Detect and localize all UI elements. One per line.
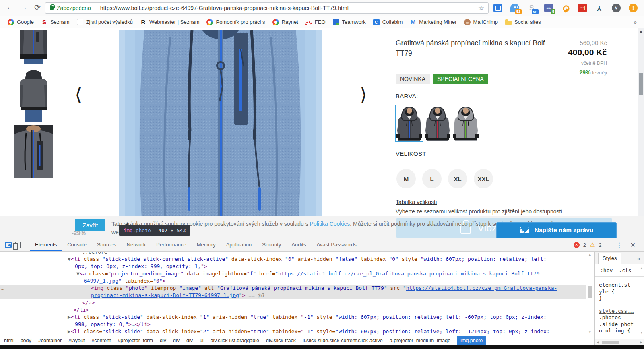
- pseudo-state-toggle[interactable]: :hov: [600, 267, 613, 273]
- class-toggle[interactable]: .cls: [619, 267, 631, 273]
- code-line[interactable]: 0px; top: 0px; z-index: 999; opacity: 1;…: [0, 263, 586, 270]
- scroll-left-icon[interactable]: ◀: [597, 341, 599, 344]
- stylesheet-link[interactable]: style.css.…: [599, 308, 644, 315]
- tab-elements[interactable]: Elements: [30, 238, 62, 251]
- product-thumbnail-back[interactable]: [14, 69, 53, 122]
- cookie-close-button[interactable]: Zavřít: [75, 219, 105, 231]
- code-line[interactable]: 64997_1.jpg" tabindex="0">: [0, 277, 586, 285]
- pocket-extension-icon[interactable]: [612, 4, 621, 12]
- breadcrumb-div[interactable]: div: [160, 338, 166, 343]
- breadcrumb-body[interactable]: body: [21, 338, 31, 343]
- bookmark-webmaster-seznam[interactable]: Webmaster | Seznam: [136, 18, 203, 27]
- code-line-menu-icon[interactable]: …: [1, 285, 4, 292]
- page-scrollbar[interactable]: ▲ ▼: [638, 28, 644, 238]
- code-line[interactable]: ::before: [0, 252, 586, 256]
- breadcrumb-html[interactable]: html: [4, 338, 14, 343]
- scroll-up-icon[interactable]: ▲: [638, 29, 644, 33]
- breadcrumb-div[interactable]: div: [186, 338, 193, 343]
- color-swatch-graphite-blue-zip[interactable]: [396, 105, 423, 141]
- breadcrumb-div-slick-list-draggable[interactable]: div.slick-list.draggable: [211, 338, 259, 343]
- forward-icon[interactable]: →: [19, 3, 29, 12]
- breadcrumb-content[interactable]: #content: [91, 338, 111, 343]
- scroll-up-icon[interactable]: ▲: [586, 253, 594, 256]
- bookmark-star-icon[interactable]: ☆: [478, 4, 484, 12]
- code-line[interactable]: propinaci-mikina-s-kapuci-Bolf-TT79-6499…: [0, 292, 586, 299]
- code-line[interactable]: </a>: [0, 299, 586, 306]
- size-table-link[interactable]: Tabulka velikostí: [396, 199, 437, 205]
- bookmark-feo[interactable]: FEO: [302, 18, 329, 26]
- breadcrumb-a-projector-medium-image[interactable]: a.projector_medium_image: [390, 338, 450, 343]
- bookmark-social-sites[interactable]: Social sites: [502, 18, 545, 26]
- tab-audits[interactable]: Audits: [286, 238, 311, 251]
- key-extension-icon[interactable]: [559, 2, 572, 14]
- bookmarks-overflow-chevron[interactable]: »: [634, 19, 637, 25]
- element-style-line[interactable]: element.st: [599, 282, 644, 289]
- bookmark-raynet[interactable]: Raynet: [269, 18, 302, 27]
- device-toolbar-icon[interactable]: [15, 242, 21, 248]
- breadcrumb-container[interactable]: #container: [38, 338, 62, 343]
- breadcrumb-li-slick-slide-slick-current-slick-active[interactable]: li.slick-slide.slick-current.slick-activ…: [303, 338, 383, 343]
- tab-performance[interactable]: Performance: [151, 238, 191, 251]
- url-text[interactable]: https://www.bolf.cz/product-cze-64997-Gr…: [100, 5, 349, 11]
- breadcrumb-div[interactable]: div: [173, 338, 180, 343]
- seo-extension-icon[interactable]: on: [527, 4, 536, 12]
- alert-extension-icon[interactable]: [629, 4, 638, 12]
- tab-styles[interactable]: Styles: [598, 253, 621, 264]
- ghostery-extension-icon[interactable]: 51: [510, 4, 519, 12]
- code-line[interactable]: </li>: [0, 306, 586, 314]
- size-option-l[interactable]: L: [422, 169, 442, 188]
- css-rule-line[interactable]: o ul img {: [599, 328, 644, 335]
- size-option-xl[interactable]: XL: [448, 169, 467, 188]
- styles-horizontal-scrollbar[interactable]: ◀ ▶: [595, 339, 644, 345]
- color-swatch-grey-red-zip[interactable]: [424, 105, 451, 141]
- tab-application[interactable]: Application: [221, 238, 257, 251]
- carousel-next-icon[interactable]: ⟩: [360, 84, 367, 105]
- scroll-up-icon[interactable]: ▲: [640, 266, 643, 270]
- tab-security[interactable]: Security: [257, 238, 286, 251]
- reload-icon[interactable]: ⟳: [32, 3, 43, 12]
- tab-sources[interactable]: Sources: [92, 238, 122, 251]
- bookmark-teamwork[interactable]: Teamwork: [329, 18, 369, 27]
- warning-icon[interactable]: ⚠: [590, 241, 595, 248]
- code-extension-icon[interactable]: 5: [544, 4, 553, 12]
- breadcrumb-ul[interactable]: ul: [200, 338, 204, 343]
- bookmark-seznam[interactable]: Seznam: [37, 18, 73, 27]
- breadcrumb-projector-form[interactable]: #projector_form: [118, 338, 153, 343]
- chat-button[interactable]: Napište nám zprávu: [496, 222, 617, 238]
- styles-more-chevron[interactable]: »: [637, 256, 640, 264]
- code-line[interactable]: ▼<li class="slick-slide slick-current sl…: [0, 256, 586, 263]
- error-icon[interactable]: [574, 242, 580, 248]
- bookmark-collabim[interactable]: Collabim: [369, 18, 407, 27]
- scrollbar-thumb[interactable]: [588, 286, 592, 298]
- tab-avast-passwords[interactable]: Avast Passwords: [311, 238, 361, 251]
- styles-rules[interactable]: element.style {}style.css.….photos.slide…: [595, 277, 644, 335]
- devtools-elements-tree[interactable]: ::before▼<li class="slick-slide slick-cu…: [0, 252, 586, 335]
- fork-extension-icon[interactable]: [595, 4, 604, 12]
- css-rule-line[interactable]: .photos: [599, 314, 644, 321]
- devtools-code-scrollbar[interactable]: ▲ ▼: [586, 252, 594, 335]
- devtools-menu-icon[interactable]: ⋮: [614, 241, 625, 249]
- devtools-close-icon[interactable]: ✕: [628, 241, 638, 249]
- code-line[interactable]: ▶<li class="slick-slide" data-slick-inde…: [0, 314, 586, 321]
- code-line[interactable]: ▼<a class="projector_medium_image" data-…: [0, 270, 586, 277]
- bookmark-google[interactable]: Google: [4, 18, 37, 27]
- scrollbar-thumb[interactable]: [639, 73, 643, 95]
- bookmark-mailchimp[interactable]: MailChimp: [460, 18, 502, 27]
- product-main-image-highlighted[interactable]: [119, 30, 322, 224]
- tab-memory[interactable]: Memory: [192, 238, 221, 251]
- breadcrumb-layout[interactable]: #layout: [68, 338, 85, 343]
- lastpass-extension-icon[interactable]: [578, 4, 587, 12]
- code-line[interactable]: ▶<li class="slick-slide" data-slick-inde…: [0, 328, 586, 335]
- breadcrumb-img-photo[interactable]: img.photo: [457, 336, 486, 345]
- breadcrumb-div-slick-track[interactable]: div.slick-track: [266, 338, 296, 343]
- code-line[interactable]: 998; opacity: 0;">…</li>: [0, 321, 586, 328]
- cookie-policy-link[interactable]: Politika Cookies: [310, 221, 350, 227]
- tag-extension-icon[interactable]: [493, 4, 502, 12]
- scroll-down-icon[interactable]: ▼: [586, 330, 594, 334]
- scroll-down-icon[interactable]: ▼: [640, 331, 643, 335]
- bookmark-zjisti-po-et-v-sledk[interactable]: Zjisti počet výsledků: [73, 18, 136, 26]
- scrollbar-thumb[interactable]: [602, 341, 619, 344]
- back-icon[interactable]: ←: [5, 3, 15, 12]
- code-line[interactable]: …<img class="photo" itemprop="image" alt…: [0, 285, 586, 292]
- tab-network[interactable]: Network: [122, 238, 151, 251]
